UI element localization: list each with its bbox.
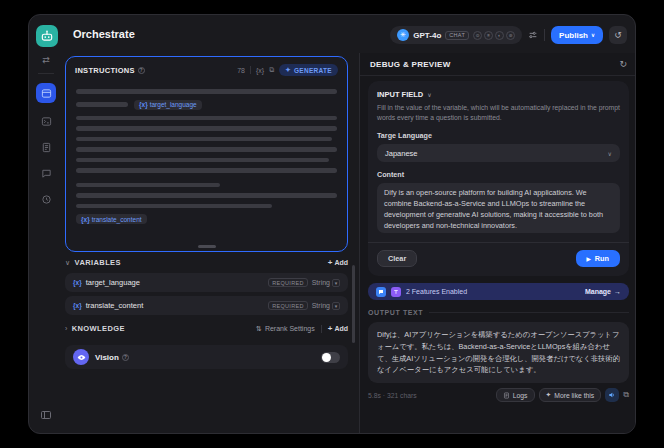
capability-icon-2: ≡ xyxy=(484,31,493,40)
output-header-line xyxy=(429,312,629,313)
clear-button[interactable]: Clear xyxy=(377,250,417,267)
input-field-header[interactable]: INPUT FIELD ∨ xyxy=(377,90,620,99)
sidebar-item-api[interactable] xyxy=(36,111,56,131)
type-switch-icon[interactable]: ▾ xyxy=(332,279,340,287)
text-feature-icon xyxy=(391,287,401,297)
variable-row-target-language[interactable]: {x} target_language REQUIRED String ▾ xyxy=(65,273,348,292)
generate-button[interactable]: ✦ GENERATE xyxy=(279,64,338,76)
workflow-switch-icon[interactable]: ⇄ xyxy=(29,55,63,65)
instructions-header: INSTRUCTIONS ? 78 {x} ⧉ ✦ GENERATE xyxy=(66,57,347,79)
input-field-description: Fill in the value of the variable, which… xyxy=(377,103,620,123)
type-switch-icon[interactable]: ▾ xyxy=(332,302,340,310)
model-params-icon[interactable] xyxy=(528,30,538,40)
sidebar-item-logs[interactable] xyxy=(36,137,56,157)
rerank-settings-button[interactable]: ⇅ Rerank Settings xyxy=(256,325,315,333)
vision-toggle[interactable] xyxy=(321,352,340,363)
app-window: ⇄ xyxy=(28,14,636,434)
variable-row-translate-content[interactable]: {x} translate_content REQUIRED String ▾ xyxy=(65,296,348,315)
chevron-down-icon: ∨ xyxy=(427,91,431,98)
output-text: Difyは、AIアプリケーションを構築するためのオープンソースプラットフォームで… xyxy=(368,322,629,383)
knowledge-title: KNOWLEDGE xyxy=(72,324,125,333)
copy-icon[interactable]: ⧉ xyxy=(269,66,274,74)
char-count: 78 xyxy=(237,67,245,74)
manage-features-button[interactable]: Manage → xyxy=(585,288,621,295)
variable-chip-translate-content[interactable]: {x} translate_content xyxy=(76,214,147,224)
variables-header[interactable]: ∨ VARIABLES + Add xyxy=(65,258,348,267)
orchestrate-icon xyxy=(41,88,52,99)
insert-variable-icon[interactable]: {x} xyxy=(256,67,264,74)
prompt-editor[interactable]: {x} target_language {x} translate_conten… xyxy=(66,79,347,224)
redacted-text-line xyxy=(76,204,272,209)
sidebar-item-monitoring[interactable] xyxy=(36,189,56,209)
run-button[interactable]: ▶ Run xyxy=(576,250,620,267)
copy-icon: ⧉ xyxy=(623,390,629,400)
content-textarea[interactable]: Dify is an open-source platform for buil… xyxy=(377,183,620,233)
variable-icon: {x} xyxy=(81,216,90,223)
app-logo[interactable] xyxy=(36,25,58,47)
variable-name: translate_content xyxy=(86,301,144,310)
variable-icon: {x} xyxy=(73,302,82,309)
variable-type: String ▾ xyxy=(312,302,340,310)
redacted-text-line xyxy=(76,126,337,131)
screenshot-stage: ⇄ xyxy=(0,0,664,448)
terminal-icon xyxy=(41,116,52,127)
chevron-down-icon: ∨ xyxy=(65,259,71,267)
target-language-label: Targe Language xyxy=(377,131,620,140)
redacted-text-line xyxy=(76,168,337,173)
sparkle-icon: ✦ xyxy=(546,391,552,399)
annotation-icon xyxy=(41,168,52,179)
panel-icon xyxy=(40,409,52,421)
redacted-text-line xyxy=(76,89,337,94)
copy-output-button[interactable]: ⧉ xyxy=(623,390,629,400)
add-variable-button[interactable]: + Add xyxy=(328,258,348,267)
variables-title: VARIABLES xyxy=(75,258,121,267)
debug-preview-panel: DEBUG & PREVIEW ↻ INPUT FIELD ∨ Fill in … xyxy=(359,53,636,434)
history-icon: ↺ xyxy=(614,30,622,40)
features-enabled-bar[interactable]: 2 Features Enabled Manage → xyxy=(368,283,629,300)
voice-feature-icon xyxy=(376,287,386,297)
clock-icon xyxy=(41,194,52,205)
required-badge: REQUIRED xyxy=(268,278,307,287)
target-language-value: Japanese xyxy=(385,149,418,158)
redacted-text-line xyxy=(76,102,128,107)
redacted-text-line xyxy=(76,158,329,163)
capability-icon-4: ⊘ xyxy=(506,31,515,40)
redacted-text-line xyxy=(76,147,337,152)
model-name: GPT-4o xyxy=(413,31,441,40)
history-button[interactable]: ↺ xyxy=(609,26,627,44)
topbar: ✳ GPT-4o CHAT ⊙ ≡ ◐ ⊘ Publish ∨ xyxy=(390,26,627,44)
features-enabled-label: 2 Features Enabled xyxy=(406,288,467,295)
info-icon: ? xyxy=(138,67,145,74)
sidebar-item-annotation[interactable] xyxy=(36,163,56,183)
required-badge: REQUIRED xyxy=(268,301,307,310)
knowledge-header[interactable]: › KNOWLEDGE ⇅ Rerank Settings + Add xyxy=(65,324,348,333)
speaker-icon xyxy=(608,391,616,399)
sidebar-item-orchestrate[interactable] xyxy=(36,83,56,103)
more-like-this-button[interactable]: ✦ More like this xyxy=(539,388,602,402)
scrollbar-thumb[interactable] xyxy=(352,265,355,343)
tools-divider xyxy=(250,66,251,74)
resize-handle[interactable] xyxy=(198,245,216,248)
output-text-title: OUTPUT TEXT xyxy=(368,309,423,316)
redacted-text-line xyxy=(76,193,337,198)
variable-icon: {x} xyxy=(73,279,82,286)
card-divider xyxy=(368,242,629,243)
refresh-icon[interactable]: ↻ xyxy=(619,59,627,69)
chevron-down-icon: ∨ xyxy=(591,32,595,38)
target-language-select[interactable]: Japanese ∨ xyxy=(377,144,620,162)
capability-icon-3: ◐ xyxy=(495,31,504,40)
collapse-sidebar-icon[interactable] xyxy=(38,407,54,423)
play-icon: ▶ xyxy=(587,256,591,262)
add-knowledge-button[interactable]: + Add xyxy=(328,324,348,333)
sparkle-icon: ✦ xyxy=(285,66,291,74)
debug-preview-title: DEBUG & PREVIEW xyxy=(370,60,451,69)
model-selector[interactable]: ✳ GPT-4o CHAT ⊙ ≡ ◐ ⊘ xyxy=(390,26,522,44)
redacted-text-line xyxy=(76,137,332,142)
publish-button[interactable]: Publish ∨ xyxy=(551,26,603,44)
robot-icon xyxy=(40,29,54,43)
variable-chip-target-language[interactable]: {x} target_language xyxy=(134,100,202,110)
speaker-button[interactable] xyxy=(605,388,619,402)
instructions-panel[interactable]: INSTRUCTIONS ? 78 {x} ⧉ ✦ GENERATE xyxy=(65,56,348,252)
logs-button[interactable]: Logs xyxy=(496,388,535,402)
vision-label: Vision ? xyxy=(95,353,129,362)
